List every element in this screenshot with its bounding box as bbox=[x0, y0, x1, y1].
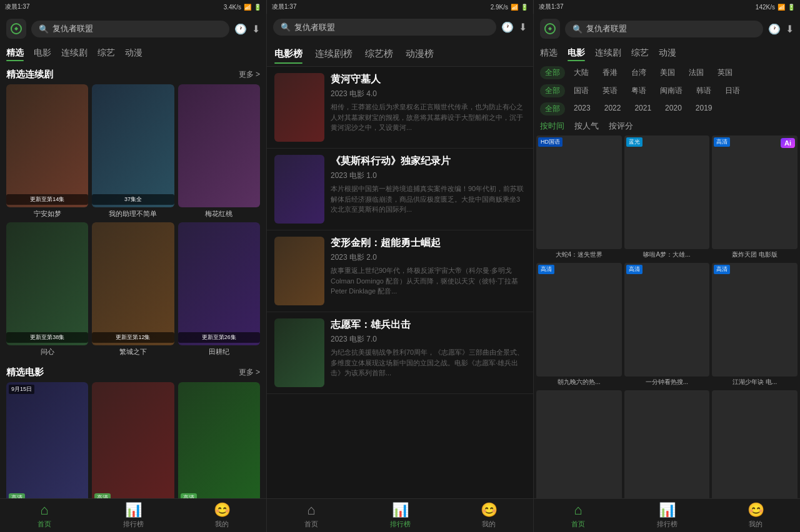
chip-lang-yueyu[interactable]: 粤语 bbox=[626, 84, 651, 97]
panel2-nav-home[interactable]: ⌂ 首页 bbox=[267, 499, 356, 532]
movie-card-r3a[interactable] bbox=[536, 390, 622, 498]
chip-year-2022[interactable]: 2022 bbox=[599, 102, 626, 116]
movie-card-dashe4[interactable]: HD国语 大蛇4：迷失世界 bbox=[536, 135, 622, 259]
list-item-zhiyuanjun[interactable]: 志愿军：雄兵出击 2023 电影 7.0 为纪念抗美援朝战争胜利70周年，《志愿… bbox=[267, 312, 533, 394]
movie-card-r3b[interactable] bbox=[624, 390, 710, 498]
panel3-nav-rank[interactable]: 📊 排行榜 bbox=[622, 499, 711, 532]
panel1-nav-tabs: 精选 电影 连续剧 综艺 动漫 bbox=[0, 44, 266, 64]
panel3-tab-lianxuju[interactable]: 连续剧 bbox=[595, 46, 621, 60]
panel1-content: 精选连续剧 更多 > 更新至第14集 宁安如梦 37集全 我的助理不简单 bbox=[0, 64, 266, 498]
movie-card-doraemon[interactable]: 蓝光 哆啦A梦：大雄... bbox=[624, 135, 710, 259]
panel2-search-area: 🔍 复仇者联盟 🕐 ⬇ bbox=[267, 14, 533, 41]
chip-region-faguo[interactable]: 法国 bbox=[684, 66, 709, 79]
movie-card-r3c[interactable] bbox=[712, 390, 798, 498]
panel1-movie-title: 精选电影 bbox=[6, 367, 44, 378]
panel3-tab-jingxuan[interactable]: 精选 bbox=[540, 46, 558, 60]
panel1-history-btn[interactable]: 🕐 bbox=[234, 23, 247, 35]
badge-wenxin: 更新至第38集 bbox=[6, 332, 88, 343]
panel3-nav-home[interactable]: ⌂ 首页 bbox=[534, 499, 622, 532]
sort-by-time[interactable]: 按时间 bbox=[540, 121, 564, 132]
sort-by-rating[interactable]: 按评分 bbox=[609, 121, 633, 132]
movie-card-wenxin[interactable]: 更新至第38集 问心 bbox=[6, 222, 88, 357]
panel2-history-btn[interactable]: 🕐 bbox=[501, 21, 514, 33]
movie-thumb-r3a bbox=[536, 390, 622, 498]
movie-card-ningan[interactable]: 更新至第14集 宁安如梦 bbox=[6, 84, 88, 219]
panel2-nav-rank[interactable]: 📊 排行榜 bbox=[356, 499, 444, 532]
chip-region-taiwan[interactable]: 台湾 bbox=[626, 66, 651, 79]
panel1-nav-rank[interactable]: 📊 排行榜 bbox=[89, 499, 178, 532]
panel1-drama-grid: 更新至第14集 宁安如梦 37集全 我的助理不简单 梅花红桃 bbox=[0, 84, 266, 362]
movie-card-zhuli[interactable]: 37集全 我的助理不简单 bbox=[92, 84, 174, 219]
panel1-tab-lianxuju[interactable]: 连续剧 bbox=[61, 46, 88, 60]
panel2-nav-my[interactable]: 😊 我的 bbox=[444, 499, 533, 532]
panel1-drama-more[interactable]: 更多 > bbox=[239, 69, 260, 80]
list-item-transformers[interactable]: 变形金刚：超能勇士崛起 2023 电影 2.0 故事重返上世纪90年代，终极反派… bbox=[267, 230, 533, 312]
movie-card-yingwusha[interactable]: 9月15日 高清 鹦鹉杀 bbox=[6, 382, 88, 498]
panel3-tab-dongman[interactable]: 动漫 bbox=[659, 46, 676, 60]
list-item-mosike[interactable]: 《莫斯科行动》独家纪录片 2023 电影 1.0 本片根据中国第一桩跨境追捕真实… bbox=[267, 149, 533, 230]
panel1-tab-dianying[interactable]: 电影 bbox=[34, 46, 51, 60]
panel1-tab-dongman[interactable]: 动漫 bbox=[125, 46, 142, 60]
panel1-download-btn[interactable]: ⬇ bbox=[252, 23, 260, 35]
badge-doraemon: 蓝光 bbox=[626, 137, 642, 147]
movie-card-huanghe2[interactable]: 高清 黄河守墓人 bbox=[92, 382, 174, 498]
panel2-tab-movie[interactable]: 电影榜 bbox=[274, 46, 302, 62]
panel1-search-box[interactable]: 🔍 复仇者联盟 bbox=[31, 21, 229, 37]
movie-card-hongzha[interactable]: 高清 Ai 轰炸天团 电影版 bbox=[712, 135, 798, 259]
chip-year-2021[interactable]: 2021 bbox=[629, 102, 656, 116]
chip-lang-riyu[interactable]: 日语 bbox=[720, 84, 745, 97]
chip-region-yingguo[interactable]: 英国 bbox=[712, 66, 738, 79]
panel1-tab-jingxuan[interactable]: 精选 bbox=[6, 46, 24, 60]
movie-card-dishi[interactable]: 高清 地师传人 bbox=[178, 382, 260, 498]
chip-year-2020[interactable]: 2020 bbox=[660, 102, 687, 116]
chip-lang-minnan[interactable]: 闽南语 bbox=[655, 84, 688, 97]
panel1-nav-home[interactable]: ⌂ 首页 bbox=[0, 499, 89, 532]
movie-card-chao9[interactable]: 高清 朝九晚六的热... bbox=[536, 263, 622, 387]
badge-tiangengji: 更新至第26集 bbox=[178, 332, 260, 343]
panel2-download-btn[interactable]: ⬇ bbox=[519, 21, 527, 33]
panel3-search-icon: 🔍 bbox=[572, 24, 582, 34]
sort-by-popularity[interactable]: 按人气 bbox=[574, 121, 599, 132]
panel3-tab-zongyi[interactable]: 综艺 bbox=[631, 46, 649, 60]
panel2-tab-variety[interactable]: 综艺榜 bbox=[365, 46, 393, 62]
panel2-tab-anime[interactable]: 动漫榜 bbox=[406, 46, 434, 62]
chip-year-2019[interactable]: 2019 bbox=[691, 102, 718, 116]
list-item-huanghe[interactable]: 黄河守墓人 2023 电影 4.0 相传，王莽篡位后为求皇权名正言顺世代传承，也… bbox=[267, 67, 533, 149]
panel3-nav-my[interactable]: 😊 我的 bbox=[711, 499, 800, 532]
chip-region-xianggang[interactable]: 香港 bbox=[598, 66, 622, 79]
panel3-row2: 高清 朝九晚六的热... 高清 一分钟看热搜... 高清 江湖少年诀 电... bbox=[534, 263, 800, 390]
panel1-search-input[interactable]: 复仇者联盟 bbox=[52, 24, 222, 34]
chip-lang-yingyu[interactable]: 英语 bbox=[598, 84, 622, 97]
chip-lang-guoyu[interactable]: 国语 bbox=[569, 84, 594, 97]
movie-thumb-yifenzhong: 高清 bbox=[624, 263, 710, 377]
chip-region-dalu[interactable]: 大陆 bbox=[569, 66, 594, 79]
panel3-search-input[interactable]: 复仇者联盟 bbox=[586, 24, 756, 34]
movie-name-tiangengji: 田耕纪 bbox=[178, 347, 260, 357]
list-title-huanghe: 黄河守墓人 bbox=[331, 73, 526, 86]
panel3-search-box[interactable]: 🔍 复仇者联盟 bbox=[565, 21, 763, 37]
movie-card-yifenzhong[interactable]: 高清 一分钟看热搜... bbox=[624, 263, 710, 387]
chip-region-meiguo[interactable]: 美国 bbox=[655, 66, 680, 79]
movie-card-fancheng[interactable]: 更新至第12集 繁城之下 bbox=[92, 222, 174, 357]
chip-lang-all[interactable]: 全部 bbox=[540, 84, 565, 97]
movie-card-meihua[interactable]: 梅花红桃 bbox=[178, 84, 260, 219]
panel3-history-btn[interactable]: 🕐 bbox=[768, 23, 781, 35]
panel2-my-label: 我的 bbox=[482, 520, 496, 529]
movie-thumb-dishi: 高清 bbox=[178, 382, 260, 498]
panel1-drama-title: 精选连续剧 bbox=[6, 69, 53, 81]
panel2-search-input[interactable]: 复仇者联盟 bbox=[294, 22, 489, 32]
chip-year-all[interactable]: 全部 bbox=[540, 102, 565, 116]
panel3-download-btn[interactable]: ⬇ bbox=[786, 23, 794, 35]
panel1-tab-zongyi[interactable]: 综艺 bbox=[98, 46, 115, 60]
chip-region-all[interactable]: 全部 bbox=[540, 66, 565, 79]
chip-year-2023[interactable]: 2023 bbox=[569, 102, 596, 116]
panel1-nav-my[interactable]: 😊 我的 bbox=[178, 499, 266, 532]
panel1-movie-more[interactable]: 更多 > bbox=[239, 367, 260, 378]
panel2-tab-drama[interactable]: 连续剧榜 bbox=[315, 46, 352, 62]
panel3-tab-dianying[interactable]: 电影 bbox=[568, 46, 585, 60]
chip-lang-hanyu[interactable]: 韩语 bbox=[691, 84, 716, 97]
movie-card-tiangengji[interactable]: 更新至第26集 田耕纪 bbox=[178, 222, 260, 357]
panel2-search-box[interactable]: 🔍 复仇者联盟 bbox=[273, 19, 496, 36]
list-thumb-zhiyuanjun bbox=[274, 318, 324, 387]
movie-card-jianghu[interactable]: 高清 江湖少年诀 电... bbox=[712, 263, 798, 387]
